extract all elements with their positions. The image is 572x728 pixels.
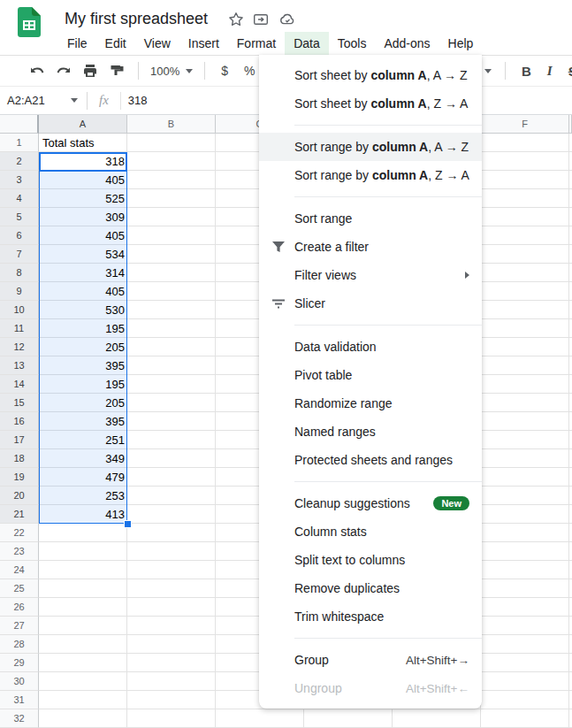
zoom-select[interactable]: 100% <box>150 65 193 78</box>
row-header-20[interactable]: 20 <box>0 487 39 505</box>
row-header-15[interactable]: 15 <box>0 394 39 412</box>
cell-a7[interactable]: 534 <box>39 245 127 264</box>
row-header-28[interactable]: 28 <box>0 635 39 654</box>
row-header-32[interactable]: 32 <box>0 709 39 728</box>
cell-a20[interactable]: 253 <box>39 487 127 505</box>
row-header-30[interactable]: 30 <box>0 672 39 691</box>
row-header-27[interactable]: 27 <box>0 617 39 635</box>
row-header-31[interactable]: 31 <box>0 691 39 709</box>
cell-a3[interactable]: 405 <box>39 171 127 189</box>
cell-a10[interactable]: 530 <box>39 301 127 319</box>
cell-a12[interactable]: 205 <box>39 338 127 356</box>
select-all-corner[interactable] <box>0 115 39 134</box>
row-header-22[interactable]: 22 <box>0 524 39 542</box>
undo-button[interactable] <box>27 60 48 81</box>
row-header-11[interactable]: 11 <box>0 319 39 338</box>
name-box[interactable]: A2:A21 <box>7 94 71 107</box>
cell-a19[interactable]: 479 <box>39 468 127 487</box>
row-header-24[interactable]: 24 <box>0 561 39 579</box>
cell-a2[interactable]: 318 <box>39 152 127 171</box>
column-header-a[interactable]: A <box>39 115 127 134</box>
move-to-folder-icon[interactable] <box>253 11 269 27</box>
italic-button[interactable]: I <box>547 64 553 79</box>
menubar-item-add-ons[interactable]: Add-ons <box>375 32 439 55</box>
menu-item-cleanup-suggestions[interactable]: Cleanup suggestionsNew <box>259 489 482 517</box>
menu-item-filter-views[interactable]: Filter views <box>259 261 482 289</box>
column-header-b[interactable]: B <box>127 115 216 134</box>
row-header-13[interactable]: 13 <box>0 356 39 375</box>
cell-a13[interactable]: 395 <box>39 356 127 375</box>
cell-a14[interactable]: 195 <box>39 375 127 394</box>
row-header-7[interactable]: 7 <box>0 245 39 264</box>
menubar-item-data[interactable]: Data <box>285 32 329 55</box>
row-header-2[interactable]: 2 <box>0 152 39 171</box>
row-header-3[interactable]: 3 <box>0 171 39 189</box>
row-header-14[interactable]: 14 <box>0 375 39 394</box>
menubar-item-view[interactable]: View <box>135 32 179 55</box>
row-header-5[interactable]: 5 <box>0 208 39 226</box>
star-icon[interactable] <box>228 11 244 27</box>
row-header-6[interactable]: 6 <box>0 226 39 245</box>
row-header-26[interactable]: 26 <box>0 598 39 617</box>
strikethrough-button[interactable]: S <box>568 64 572 79</box>
row-header-21[interactable]: 21 <box>0 505 39 524</box>
cell-a21[interactable]: 413 <box>39 505 127 524</box>
cell-a18[interactable]: 349 <box>39 449 127 468</box>
row-header-29[interactable]: 29 <box>0 654 39 672</box>
row-header-23[interactable]: 23 <box>0 542 39 561</box>
redo-button[interactable] <box>53 60 74 81</box>
menu-item-sort-sheet-by-column-a-z-a[interactable]: Sort sheet by column A, Z → A <box>259 89 482 118</box>
row-header-12[interactable]: 12 <box>0 338 39 356</box>
cell-a17[interactable]: 251 <box>39 431 127 449</box>
cell-a15[interactable]: 205 <box>39 394 127 412</box>
chevron-down-icon[interactable] <box>71 98 78 103</box>
page-title[interactable]: My first spreadsheet <box>65 10 208 28</box>
formula-input[interactable]: 318 <box>128 94 148 107</box>
row-header-9[interactable]: 9 <box>0 282 39 301</box>
menu-item-ungroup[interactable]: UngroupAlt+Shift+← <box>259 674 482 702</box>
cell-a4[interactable]: 525 <box>39 189 127 208</box>
row-header-17[interactable]: 17 <box>0 431 39 449</box>
cell-a6[interactable]: 405 <box>39 226 127 245</box>
print-button[interactable] <box>80 60 101 81</box>
menubar-item-file[interactable]: File <box>58 32 96 55</box>
menubar-item-help[interactable]: Help <box>439 32 483 55</box>
cell-a16[interactable]: 395 <box>39 412 127 431</box>
paint-format-button[interactable] <box>106 60 127 81</box>
menu-item-create-a-filter[interactable]: Create a filter <box>259 233 482 261</box>
menu-item-protected-sheets-and-ranges[interactable]: Protected sheets and ranges <box>259 446 482 474</box>
bold-button[interactable]: B <box>522 64 531 79</box>
sheets-logo-icon[interactable] <box>18 7 41 37</box>
row-header-25[interactable]: 25 <box>0 579 39 598</box>
cell-a11[interactable]: 195 <box>39 319 127 338</box>
selection-handle[interactable] <box>124 520 132 528</box>
menu-item-remove-duplicates[interactable]: Remove duplicates <box>259 574 482 602</box>
format-currency-button[interactable]: $ <box>221 64 228 78</box>
menu-item-sort-range[interactable]: Sort range <box>259 204 482 233</box>
cell-a1[interactable]: Total stats <box>42 134 125 152</box>
cloud-saved-icon[interactable] <box>279 11 295 27</box>
row-header-18[interactable]: 18 <box>0 449 39 468</box>
cell-a9[interactable]: 405 <box>39 282 127 301</box>
cell-a8[interactable]: 314 <box>39 264 127 282</box>
menu-item-sort-range-by-column-a-z-a[interactable]: Sort range by column A, Z → A <box>259 161 482 189</box>
menubar-item-tools[interactable]: Tools <box>329 32 376 55</box>
menu-item-slicer[interactable]: Slicer <box>259 289 482 318</box>
menu-item-split-text-to-columns[interactable]: Split text to columns <box>259 546 482 574</box>
menu-item-sort-range-by-column-a-a-z[interactable]: Sort range by column A, A → Z <box>259 133 482 161</box>
menu-item-sort-sheet-by-column-a-a-z[interactable]: Sort sheet by column A, A → Z <box>259 61 482 89</box>
chevron-down-icon[interactable] <box>484 69 492 73</box>
row-header-1[interactable]: 1 <box>0 134 39 152</box>
cell-a5[interactable]: 309 <box>39 208 127 226</box>
format-percent-button[interactable]: % <box>244 64 255 78</box>
menu-item-named-ranges[interactable]: Named ranges <box>259 418 482 446</box>
row-header-10[interactable]: 10 <box>0 301 39 319</box>
row-header-4[interactable]: 4 <box>0 189 39 208</box>
menubar-item-edit[interactable]: Edit <box>96 32 135 55</box>
menubar-item-format[interactable]: Format <box>228 32 285 55</box>
column-header-f[interactable]: F <box>481 115 569 134</box>
menu-item-trim-whitespace[interactable]: Trim whitespace <box>259 602 482 631</box>
row-header-16[interactable]: 16 <box>0 412 39 431</box>
menubar-item-insert[interactable]: Insert <box>179 32 228 55</box>
menu-item-pivot-table[interactable]: Pivot table <box>259 361 482 389</box>
